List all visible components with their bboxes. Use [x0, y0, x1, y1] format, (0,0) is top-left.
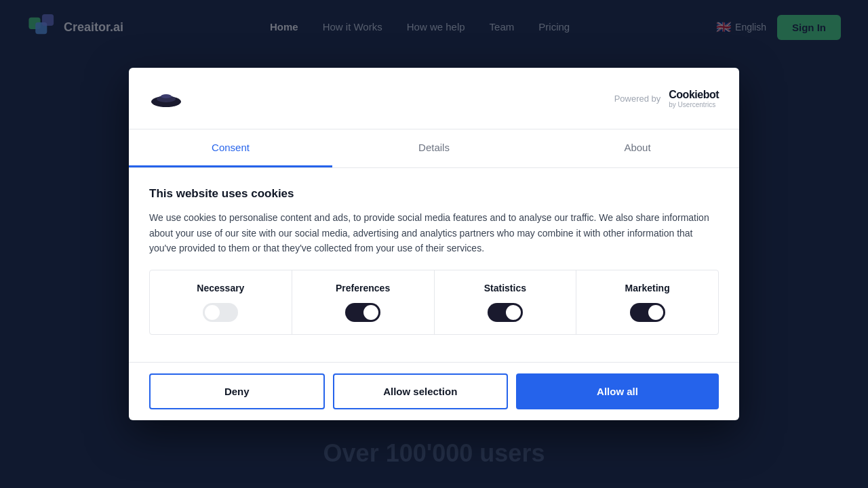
cookiebot-sub: by Usercentrics: [669, 101, 715, 108]
statistics-slider: [488, 303, 523, 322]
preferences-toggle[interactable]: [345, 303, 380, 322]
modal-site-icon: [149, 81, 183, 115]
statistics-toggle[interactable]: [488, 303, 523, 322]
marketing-label: Marketing: [625, 283, 670, 293]
powered-by-label: Powered by: [614, 94, 661, 104]
modal-header: Powered by Cookiebot by Usercentrics: [129, 68, 739, 129]
cookie-modal: Powered by Cookiebot by Usercentrics Con…: [129, 68, 739, 420]
preferences-label: Preferences: [336, 283, 390, 293]
modal-description: We use cookies to personalise content an…: [149, 210, 719, 256]
cookiebot-name: Cookiebot: [669, 89, 719, 101]
deny-button[interactable]: Deny: [149, 373, 325, 409]
toggle-statistics: Statistics: [435, 270, 577, 334]
cookiebot-logo: Cookiebot by Usercentrics: [669, 89, 719, 108]
necessary-toggle[interactable]: [203, 303, 238, 322]
toggle-necessary: Necessary: [150, 270, 292, 334]
tab-about[interactable]: About: [536, 129, 739, 167]
necessary-slider: [203, 303, 238, 322]
toggle-marketing: Marketing: [576, 270, 718, 334]
statistics-label: Statistics: [484, 283, 526, 293]
toggle-preferences: Preferences: [292, 270, 435, 334]
svg-point-5: [161, 94, 172, 98]
cookiebot-brand: Powered by Cookiebot by Usercentrics: [614, 89, 719, 108]
modal-title: This website uses cookies: [149, 187, 719, 201]
necessary-label: Necessary: [197, 283, 244, 293]
marketing-toggle[interactable]: [630, 303, 665, 322]
modal-actions: Deny Allow selection Allow all: [129, 362, 739, 420]
cookie-overlay: Powered by Cookiebot by Usercentrics Con…: [0, 0, 868, 488]
allow-selection-button[interactable]: Allow selection: [333, 373, 509, 409]
cookie-toggles: Necessary Preferences Statistics: [149, 270, 719, 335]
site-logo-in-modal: [149, 81, 183, 115]
allow-all-button[interactable]: Allow all: [516, 373, 719, 409]
tab-consent[interactable]: Consent: [129, 129, 332, 167]
tab-details[interactable]: Details: [332, 129, 536, 167]
preferences-slider: [345, 303, 380, 322]
modal-tabs: Consent Details About: [129, 129, 739, 168]
marketing-slider: [630, 303, 665, 322]
modal-body: This website uses cookies We use cookies…: [129, 168, 739, 361]
